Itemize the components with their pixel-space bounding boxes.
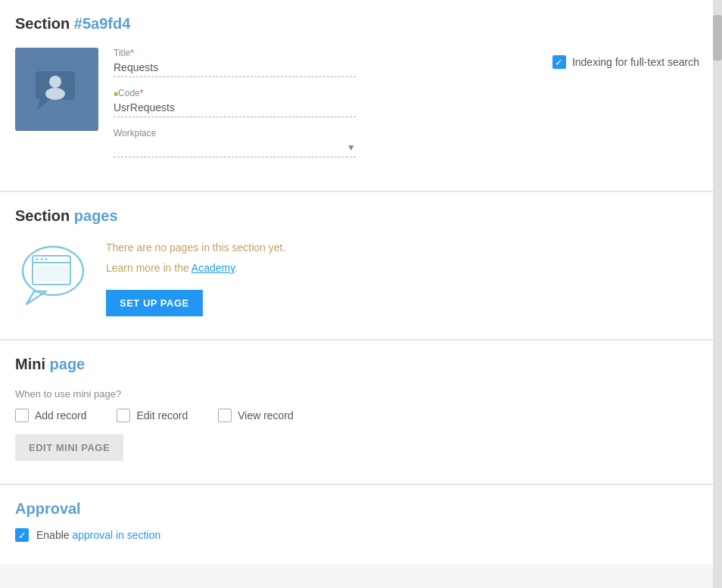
svg-marker-5 xyxy=(26,291,46,304)
pages-learn-text: Learn more in the xyxy=(106,262,191,274)
code-indicator: ■ xyxy=(114,89,118,98)
title-required-star: * xyxy=(130,48,134,58)
mini-page-panel: Mini page When to use mini page? Add rec… xyxy=(0,341,722,485)
svg-point-8 xyxy=(36,258,39,260)
pages-icon-box xyxy=(15,240,91,308)
scrollbar[interactable] xyxy=(713,0,722,565)
approval-checkmark-icon: ✓ xyxy=(18,530,26,540)
enable-approval-label: Enable approval in section xyxy=(36,529,160,541)
workplace-select[interactable] xyxy=(114,142,347,154)
code-input[interactable] xyxy=(114,100,356,117)
code-label: ■Code* xyxy=(114,88,515,98)
title-label: Title* xyxy=(114,48,515,58)
approval-panel: Approval ✓ Enable approval in section xyxy=(0,485,722,565)
chevron-down-icon: ▼ xyxy=(347,142,356,153)
avatar-icon xyxy=(34,67,79,112)
svg-marker-1 xyxy=(37,100,49,110)
svg-point-10 xyxy=(45,258,48,260)
workplace-label: Workplace xyxy=(114,128,515,138)
edit-mini-page-button[interactable]: EDIT MINI PAGE xyxy=(15,434,123,461)
pages-text: There are no pages in this section yet. … xyxy=(106,240,699,316)
svg-point-3 xyxy=(45,88,65,100)
pages-empty-text-line1: There are no pages in this section yet. xyxy=(106,240,699,256)
form-area: Title* ■Code* Workplace xyxy=(114,48,515,168)
indexing-label: Indexing for full-text search xyxy=(572,56,699,68)
approval-title: Approval xyxy=(15,500,699,518)
pages-illustration-icon xyxy=(19,242,87,306)
edit-record-checkbox[interactable] xyxy=(117,409,130,422)
edit-record-checkbox-item[interactable]: Edit record xyxy=(117,409,188,422)
pages-empty-text-line2: Learn more in the Academy. xyxy=(106,260,699,276)
view-record-checkbox[interactable] xyxy=(218,409,232,422)
add-record-label: Add record xyxy=(35,409,86,422)
section-pages-title: Section pages xyxy=(15,207,699,225)
section-settings-panel: Section #5a9fd4 Title* xyxy=(0,0,722,192)
workplace-field-row: Workplace ▼ xyxy=(114,128,515,157)
edit-record-label: Edit record xyxy=(136,409,188,422)
section-pages-panel: Section pages There xyxy=(0,192,722,341)
indexing-checkbox[interactable]: ✓ xyxy=(552,55,566,69)
view-record-checkbox-item[interactable]: View record xyxy=(218,409,294,422)
approval-blue-text: approval in section xyxy=(72,529,160,541)
enable-approval-checkbox[interactable]: ✓ xyxy=(15,528,29,542)
title-input[interactable] xyxy=(114,60,356,77)
approval-checkbox-row: ✓ Enable approval in section xyxy=(15,528,699,542)
mini-page-checkboxes-row: Add record Edit record View record xyxy=(15,409,699,422)
setup-page-button[interactable]: SET UP PAGE xyxy=(106,290,203,316)
svg-point-2 xyxy=(49,76,61,88)
title-field-row: Title* xyxy=(114,48,515,77)
academy-link[interactable]: Academy xyxy=(191,262,235,274)
svg-point-9 xyxy=(41,258,43,260)
section-settings-title: Section #5a9fd4 xyxy=(15,15,699,33)
indexing-checkbox-area: ✓ Indexing for full-text search xyxy=(552,55,699,69)
view-record-label: View record xyxy=(238,409,294,422)
mini-page-title: Mini page xyxy=(15,356,699,373)
checkmark-icon: ✓ xyxy=(555,58,563,67)
add-record-checkbox[interactable] xyxy=(15,409,29,422)
svg-rect-11 xyxy=(36,266,69,281)
avatar xyxy=(15,48,98,131)
code-required-star: * xyxy=(140,88,144,98)
settings-body: Title* ■Code* Workplace xyxy=(15,48,699,168)
mini-page-subtitle: When to use mini page? xyxy=(15,388,699,400)
workplace-select-row[interactable]: ▼ xyxy=(114,140,356,157)
code-field-row: ■Code* xyxy=(114,88,515,117)
scrollbar-thumb[interactable] xyxy=(713,15,722,61)
add-record-checkbox-item[interactable]: Add record xyxy=(15,409,86,422)
pages-body: There are no pages in this section yet. … xyxy=(15,240,699,316)
main-content: Section #5a9fd4 Title* xyxy=(0,0,722,565)
